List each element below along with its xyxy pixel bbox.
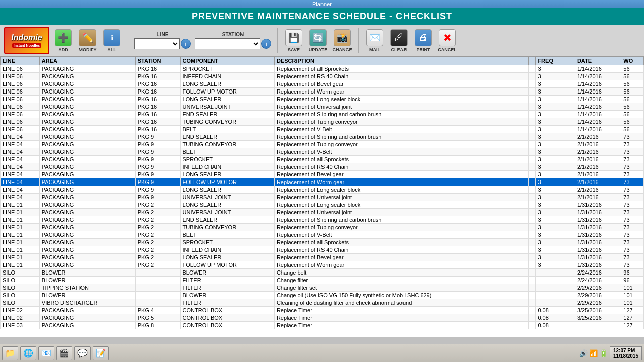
table-row[interactable]: LINE 01PACKAGINGPKG 2UNIVERSAL JOINTRepl… [1,209,644,216]
table-row[interactable]: LINE 06PACKAGINGPKG 16END SEALERReplacem… [1,111,644,118]
table-cell [529,126,536,133]
cancel-button[interactable]: ✖ CANCEL [437,29,457,52]
table-row[interactable]: LINE 04PACKAGINGPKG 9UNIVERSAL JOINTRepl… [1,194,644,201]
table-row[interactable]: LINE 01PACKAGINGPKG 2BELTReplacement of … [1,231,644,239]
table-cell [568,96,575,103]
table-row[interactable]: LINE 06PACKAGINGPKG 16TUBING CONVEYORRep… [1,118,644,126]
table-cell [568,284,575,292]
add-button[interactable]: ➕ ADD [53,29,73,52]
table-row[interactable]: LINE 03PACKAGINGPKG 8CONTROL BOXReplace … [1,322,644,329]
table-row[interactable]: LINE 04PACKAGINGPKG 9INFEED CHAINReplace… [1,163,644,171]
table-row[interactable]: SILOBLOWERBLOWERChange oil (Use ISO VG 1… [1,292,644,299]
table-cell [529,216,536,224]
table-cell: LINE 01 [1,261,40,269]
table-cell: CONTROL BOX [180,307,274,314]
table-cell: 73 [621,246,644,254]
table-row[interactable]: LINE 04PACKAGINGPKG 9FOLLOW UP MOTORRepl… [1,178,644,186]
table-cell [529,163,536,171]
table-row[interactable]: LINE 01PACKAGINGPKG 2INFEED CHAINReplace… [1,246,644,254]
table-cell [568,88,575,96]
table-cell [568,307,575,314]
table-cell [568,201,575,209]
taskbar-outlook[interactable]: 📧 [38,346,54,360]
table-cell: 3 [536,141,568,148]
print-icon: 🖨 [415,29,432,46]
col-freq: FREQ [536,57,568,65]
table-cell: BLOWER [39,269,135,277]
table-row[interactable]: LINE 04PACKAGINGPKG 9BELTReplacement of … [1,148,644,156]
table-cell: 0.08 [536,307,568,314]
mail-button[interactable]: ✉️ MAIL [365,29,385,52]
table-row[interactable]: LINE 01PACKAGINGPKG 2SPROCKETReplacement… [1,239,644,246]
table-cell: PACKAGING [39,254,135,261]
all-button[interactable]: ℹ ALL [102,29,122,52]
taskbar-explorer[interactable]: 📁 [2,346,18,360]
table-row[interactable]: LINE 02PACKAGINGPKG 4CONTROL BOXReplace … [1,307,644,314]
update-button[interactable]: 🔄 UPDATE [308,29,328,52]
table-cell [529,254,536,261]
table-cell: 2/29/2016 [575,292,621,299]
col-line: LINE [1,57,40,65]
table-row[interactable]: LINE 06PACKAGINGPKG 16UNIVERSAL JOINTRep… [1,103,644,111]
table-row[interactable]: LINE 04PACKAGINGPKG 9LONG SEALERReplacem… [1,186,644,194]
table-cell [568,231,575,239]
table-row[interactable]: LINE 01PACKAGINGPKG 2TUBING CONVEYORRepl… [1,224,644,231]
table-row[interactable]: LINE 06PACKAGINGPKG 16LONG SEALERReplace… [1,80,644,88]
table-row[interactable]: LINE 06PACKAGINGPKG 16SPROCKETReplacemen… [1,65,644,73]
table-row[interactable]: LINE 04PACKAGINGPKG 9END SEALERReplaceme… [1,133,644,141]
taskbar-chrome[interactable]: 🌐 [20,346,36,360]
table-cell: LINE 04 [1,178,40,186]
table-row[interactable]: LINE 06PACKAGINGPKG 16INFEED CHAINReplac… [1,73,644,80]
table-row[interactable]: LINE 04PACKAGINGPKG 9LONG SEALERReplacem… [1,171,644,178]
table-row[interactable]: LINE 01PACKAGINGPKG 2FOLLOW UP MOTORRepl… [1,261,644,269]
table-cell: PKG 5 [135,314,180,322]
table-row[interactable]: LINE 02PACKAGINGPKG 5CONTROL BOXReplace … [1,314,644,322]
table-cell [529,269,536,277]
table-cell: PACKAGING [39,322,135,329]
table-cell: 73 [621,163,644,171]
change-button[interactable]: 📸 CHANGE [332,29,352,52]
table-cell: 1/31/2016 [575,216,621,224]
table-cell: Replacement of Worm gear [274,88,528,96]
table-row[interactable]: LINE 06PACKAGINGPKG 16LONG SEALERReplace… [1,96,644,103]
table-cell: Replace Timer [274,314,528,322]
table-cell: PACKAGING [39,80,135,88]
table-row[interactable]: SILOTIPPING STATIONFILTERChange filter s… [1,284,644,292]
table-cell: BLOWER [39,277,135,284]
table-row[interactable]: LINE 06PACKAGINGPKG 16BELTReplacement of… [1,126,644,133]
table-cell: 127 [621,322,644,329]
station-info-button[interactable]: i [261,39,271,49]
table-cell: 2/1/2016 [575,163,621,171]
table-cell: LINE 04 [1,194,40,201]
table-row[interactable]: SILOBLOWERBLOWERChange belt2/24/201696 [1,269,644,277]
line-label: LINE [157,32,169,37]
clear-button[interactable]: 🖊 CLEAR [389,29,409,52]
table-row[interactable]: LINE 04PACKAGINGPKG 9TUBING CONVEYORRepl… [1,141,644,148]
station-field-group: STATION i [195,32,271,49]
table-row[interactable]: SILOBLOWERFILTERChange filter2/24/201696 [1,277,644,284]
table-body: LINE 06PACKAGINGPKG 16SPROCKETReplacemen… [1,65,644,329]
table-row[interactable]: LINE 06PACKAGINGPKG 16FOLLOW UP MOTORRep… [1,88,644,96]
table-cell [536,284,568,292]
taskbar-skype[interactable]: 💬 [74,346,91,360]
table-cell [568,103,575,111]
modify-button[interactable]: ✏️ MODIFY [77,29,98,52]
station-select[interactable] [195,38,260,49]
taskbar-vlc[interactable]: 🎬 [56,346,72,360]
table-row[interactable]: LINE 01PACKAGINGPKG 2END SEALERReplaceme… [1,216,644,224]
table-cell: LONG SEALER [180,96,274,103]
table-cell [529,80,536,88]
table-row[interactable]: LINE 01PACKAGINGPKG 2LONG SEALERReplacem… [1,254,644,261]
taskbar-notes[interactable]: 📝 [93,346,109,360]
print-button[interactable]: 🖨 PRINT [413,29,433,52]
line-select[interactable] [134,38,180,49]
table-cell: 2/24/2016 [575,277,621,284]
table-cell: 2/1/2016 [575,133,621,141]
table-cell [529,292,536,299]
table-row[interactable]: LINE 01PACKAGINGPKG 2LONG SEALERReplacem… [1,201,644,209]
table-row[interactable]: LINE 04PACKAGINGPKG 9SPROCKETReplacement… [1,156,644,163]
line-info-button[interactable]: i [181,39,191,49]
table-row[interactable]: SILOVIBRO DISCHARGERFILTERCleaning of de… [1,299,644,307]
save-button[interactable]: 💾 SAVE [284,29,304,52]
table-cell: 3 [536,156,568,163]
